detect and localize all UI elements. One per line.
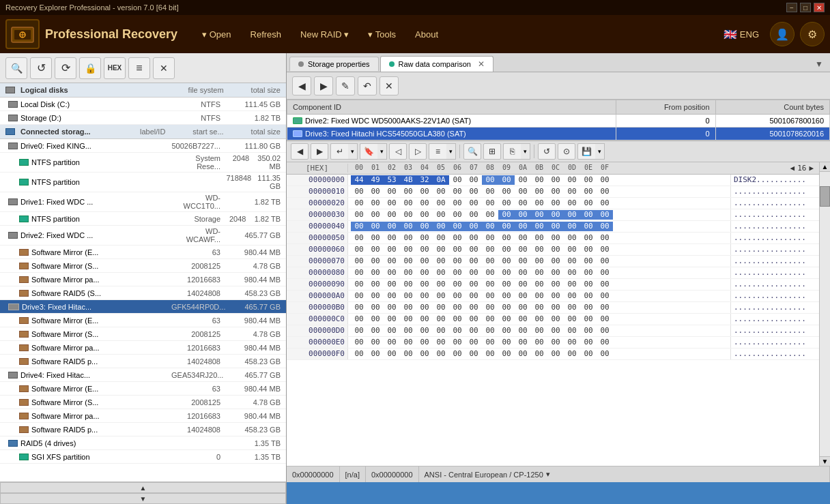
b7-8[interactable]: 00 [482, 256, 498, 266]
b8-1[interactable]: 00 [367, 268, 384, 278]
bb-e[interactable]: 00 [580, 303, 597, 312]
hex-scrollbar[interactable]: ▲ ▼ [819, 162, 830, 466]
hex-grid-button[interactable]: ⊞ [483, 143, 501, 160]
hex-goto-button[interactable]: ↵ [330, 143, 348, 160]
bb-a[interactable]: 00 [515, 303, 531, 312]
bf-4[interactable]: 00 [416, 349, 433, 359]
bc-1[interactable]: 00 [367, 314, 384, 324]
b4-f[interactable]: 00 [597, 222, 613, 231]
b1-6[interactable]: 00 [449, 187, 466, 196]
b5-d[interactable]: 00 [564, 233, 580, 243]
byte-0-7[interactable]: 00 [466, 175, 482, 185]
b3-8[interactable]: 00 [482, 210, 498, 220]
tree-item-smirror-s1[interactable]: Software Mirror (S... 2008125 4.78 GB [0, 259, 286, 273]
ba-2[interactable]: 00 [384, 291, 400, 301]
b5-3[interactable]: 00 [400, 233, 416, 243]
hex-next-button[interactable]: ▷ [409, 143, 427, 160]
bb-5[interactable]: 00 [433, 303, 449, 312]
bb-f[interactable]: 00 [597, 303, 613, 312]
b6-7[interactable]: 00 [466, 245, 482, 254]
hex-refresh-button[interactable]: ↺ [538, 143, 556, 160]
be-0[interactable]: 00 [351, 338, 367, 347]
ba-d[interactable]: 00 [564, 291, 580, 301]
hex-bytes-0[interactable]: 44 49 53 4B 32 0A 00 00 00 00 00 [348, 175, 730, 186]
b6-b[interactable]: 00 [531, 245, 547, 254]
b3-6[interactable]: 00 [449, 210, 466, 220]
be-6[interactable]: 00 [449, 338, 466, 347]
bf-5[interactable]: 00 [433, 349, 449, 359]
hex-bookmark-button[interactable]: 🔖 [360, 143, 377, 160]
tree-item-ntfs1[interactable]: NTFS partition System Rese... 2048 350.0… [0, 153, 286, 173]
hex-bytes-b[interactable]: 00000000000000000000000000000000 [348, 302, 730, 313]
b3-0[interactable]: 00 [351, 210, 367, 220]
hex-save-button[interactable]: 💾 [577, 143, 595, 160]
bb-1[interactable]: 00 [367, 303, 384, 312]
byte-0-2[interactable]: 53 [384, 175, 400, 185]
b9-7[interactable]: 00 [466, 280, 482, 289]
b9-d[interactable]: 00 [564, 280, 580, 289]
ba-6[interactable]: 00 [449, 291, 466, 301]
bd-5[interactable]: 00 [433, 326, 449, 336]
tree-item-localc[interactable]: Local Disk (C:) NTFS 111.45 GB [0, 98, 286, 111]
hex-forward-button[interactable]: ▶ [311, 143, 328, 160]
nav-edit-button[interactable]: ✎ [336, 76, 355, 95]
tab-menu-button[interactable]: ▼ [811, 57, 827, 72]
bc-5[interactable]: 00 [433, 314, 449, 324]
bd-a[interactable]: 00 [515, 326, 531, 336]
tree-item-drive4[interactable]: Drive4: Fixed Hitac... GEA534RJ20... 465… [0, 368, 286, 382]
hex-list-button[interactable]: ≡ [429, 143, 446, 160]
b7-6[interactable]: 00 [449, 256, 466, 266]
be-b[interactable]: 00 [531, 338, 547, 347]
b3-f[interactable]: 00 [597, 210, 613, 220]
b6-8[interactable]: 00 [482, 245, 498, 254]
component-row-2[interactable]: Drive3: Fixed Hitachi HCS545050GLA380 (S… [287, 128, 830, 140]
ba-3[interactable]: 00 [400, 291, 416, 301]
byte-0-a[interactable]: 00 [515, 175, 531, 185]
b5-4[interactable]: 00 [416, 233, 433, 243]
bd-3[interactable]: 00 [400, 326, 416, 336]
menu-new-raid[interactable]: New RAID ▾ [292, 25, 357, 44]
b4-2[interactable]: 00 [384, 222, 400, 231]
b7-a[interactable]: 00 [515, 256, 531, 266]
b6-d[interactable]: 00 [564, 245, 580, 254]
b7-f[interactable]: 00 [597, 256, 613, 266]
b2-5[interactable]: 00 [433, 198, 449, 208]
b6-6[interactable]: 00 [449, 245, 466, 254]
b2-9[interactable]: 00 [498, 198, 515, 208]
hex-bytes-2[interactable]: 00000000000000000000000000000000 [348, 198, 730, 209]
bc-9[interactable]: 00 [498, 314, 515, 324]
b5-6[interactable]: 00 [449, 233, 466, 243]
b8-f[interactable]: 00 [597, 268, 613, 278]
hex-bytes-6[interactable]: 00000000000000000000000000000000 [348, 244, 730, 255]
b5-5[interactable]: 00 [433, 233, 449, 243]
nav-close-button[interactable]: ✕ [380, 76, 399, 95]
b3-3[interactable]: 00 [400, 210, 416, 220]
bb-6[interactable]: 00 [449, 303, 466, 312]
b7-0[interactable]: 00 [351, 256, 367, 266]
tree-item-sraid5-s1[interactable]: Software RAID5 (S... 14024808 458.23 GB [0, 286, 286, 300]
b6-2[interactable]: 00 [384, 245, 400, 254]
hex-prev-button[interactable]: ◁ [389, 143, 407, 160]
ba-9[interactable]: 00 [498, 291, 515, 301]
bb-7[interactable]: 00 [466, 303, 482, 312]
be-a[interactable]: 00 [515, 338, 531, 347]
b5-f[interactable]: 00 [597, 233, 613, 243]
bd-2[interactable]: 00 [384, 326, 400, 336]
ba-e[interactable]: 00 [580, 291, 597, 301]
b4-8[interactable]: 00 [482, 222, 498, 231]
b1-1[interactable]: 00 [367, 187, 384, 196]
b4-7[interactable]: 00 [466, 222, 482, 231]
ba-4[interactable]: 00 [416, 291, 433, 301]
bd-e[interactable]: 00 [580, 326, 597, 336]
b6-0[interactable]: 00 [351, 245, 367, 254]
byte-0-1[interactable]: 49 [367, 175, 384, 185]
byte-0-e[interactable]: 00 [580, 175, 597, 185]
tree-item-smirror-s2[interactable]: Software Mirror (S... 2008125 4.78 GB [0, 327, 286, 341]
bd-c[interactable]: 00 [547, 326, 564, 336]
b7-5[interactable]: 00 [433, 256, 449, 266]
b7-9[interactable]: 00 [498, 256, 515, 266]
bd-d[interactable]: 00 [564, 326, 580, 336]
bf-6[interactable]: 00 [449, 349, 466, 359]
b9-e[interactable]: 00 [580, 280, 597, 289]
b8-9[interactable]: 00 [498, 268, 515, 278]
